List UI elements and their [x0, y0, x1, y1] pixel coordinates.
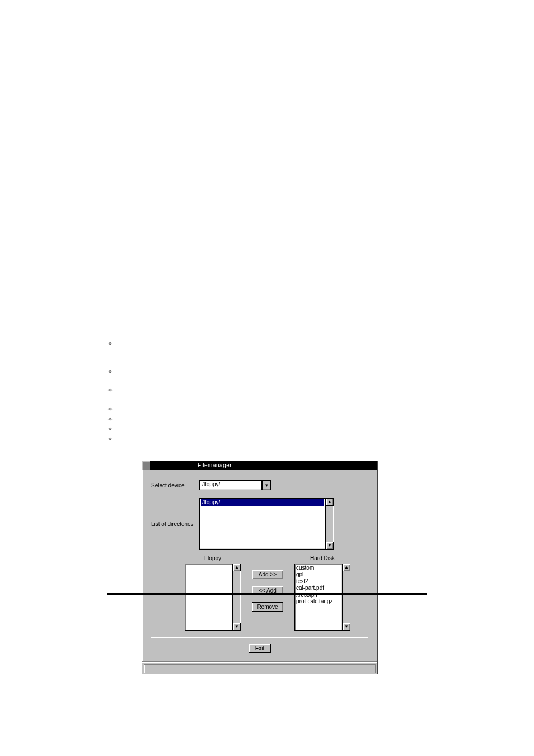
directory-item-selected[interactable]: /floppy/ — [201, 499, 324, 506]
list-item[interactable]: prot-calc.tar.gz — [296, 598, 341, 605]
status-bar — [142, 662, 377, 674]
scroll-track[interactable] — [343, 571, 350, 623]
scroll-down-icon[interactable]: ▼ — [233, 623, 241, 631]
system-menu-icon[interactable] — [142, 461, 151, 470]
device-combobox-value: /floppy/ — [199, 480, 262, 490]
add-to-harddisk-button[interactable]: Add >> — [252, 570, 283, 579]
directories-label: List of directories — [151, 521, 199, 527]
floppy-scrollbar[interactable]: ▲ ▼ — [233, 564, 241, 631]
bullet-list: ✧ ✧ ✧ ✧ ✧ ✧ ✧ — [107, 340, 112, 448]
harddisk-scrollbar[interactable]: ▲ ▼ — [343, 564, 350, 631]
list-item[interactable]: xres.xpm — [296, 591, 341, 598]
scroll-up-icon[interactable]: ▲ — [343, 564, 350, 571]
titlebar[interactable]: Filemanager — [142, 461, 377, 470]
bullet-icon: ✧ — [107, 387, 112, 394]
list-item[interactable]: custom — [296, 565, 341, 571]
floppy-listbox[interactable] — [185, 564, 233, 631]
directories-scrollbar[interactable]: ▲ ▼ — [326, 498, 334, 550]
window-title: Filemanager — [190, 461, 240, 470]
scroll-down-icon[interactable]: ▼ — [343, 623, 350, 631]
bullet-icon: ✧ — [107, 426, 112, 433]
titlebar-spacer — [151, 461, 190, 470]
bullet-icon: ✧ — [107, 369, 112, 375]
directories-listbox[interactable]: /floppy/ — [199, 498, 326, 550]
titlebar-spacer — [240, 461, 377, 470]
bullet-icon: ✧ — [107, 341, 112, 348]
list-item[interactable]: cal-part.pdf — [296, 585, 341, 591]
list-item[interactable]: gpl — [296, 571, 341, 578]
scroll-up-icon[interactable]: ▲ — [233, 564, 241, 571]
harddisk-heading: Hard Disk — [310, 555, 335, 561]
page-rule-bottom — [107, 593, 427, 595]
select-device-label: Select device — [151, 482, 199, 489]
bullet-icon: ✧ — [107, 436, 112, 443]
bullet-icon: ✧ — [107, 416, 112, 423]
list-item[interactable]: test2 — [296, 578, 341, 585]
filemanager-window: Filemanager Select device /floppy/ ▾ Lis… — [142, 461, 378, 674]
remove-button[interactable]: Remove — [252, 602, 283, 612]
floppy-heading: Floppy — [204, 555, 221, 561]
page-rule-top — [107, 147, 427, 148]
scroll-down-icon[interactable]: ▼ — [326, 542, 334, 550]
scroll-up-icon[interactable]: ▲ — [326, 498, 334, 506]
harddisk-listbox[interactable]: customgpltest2cal-part.pdfxres.xpmprot-c… — [294, 564, 343, 631]
exit-button[interactable]: Exit — [249, 644, 271, 653]
status-cell — [144, 664, 376, 673]
chevron-down-icon[interactable]: ▾ — [262, 480, 271, 490]
bullet-icon: ✧ — [107, 406, 112, 413]
scroll-track[interactable] — [326, 506, 334, 542]
device-combobox[interactable]: /floppy/ ▾ — [199, 480, 271, 490]
scroll-track[interactable] — [233, 571, 241, 623]
